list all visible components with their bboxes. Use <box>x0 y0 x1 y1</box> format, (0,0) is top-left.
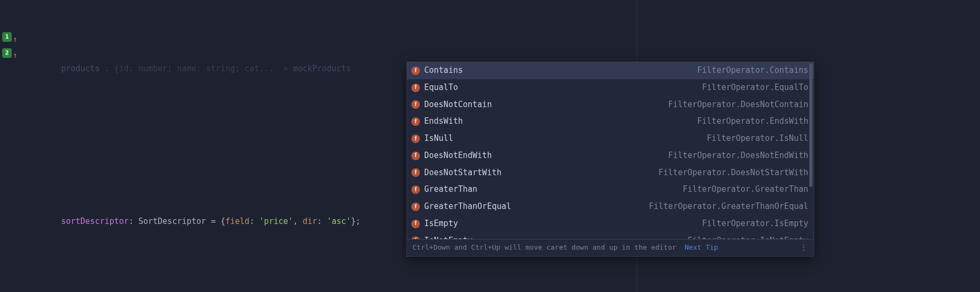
completion-item-name: DoesNotEndWith <box>424 148 492 163</box>
field-icon: f <box>411 117 420 126</box>
code-completion-popup[interactable]: fContainsFilterOperator.ContainsfEqualTo… <box>407 62 814 257</box>
completion-item-name: EqualTo <box>424 80 458 95</box>
completion-item[interactable]: fDoesNotStartWithFilterOperator.DoesNotS… <box>407 164 814 182</box>
field-icon: f <box>411 100 420 109</box>
completion-item[interactable]: fDoesNotEndWithFilterOperator.DoesNotEnd… <box>407 147 814 164</box>
field-icon: f <box>411 152 420 160</box>
next-tip-link[interactable]: Next Tip <box>685 243 718 251</box>
punctuation: : <box>249 216 259 226</box>
completion-item[interactable]: fIsNullFilterOperator.IsNull <box>407 130 814 147</box>
more-icon[interactable]: ⋮ <box>800 241 808 254</box>
string-literal: 'asc' <box>327 216 351 226</box>
completion-item-detail: FilterOperator.Contains <box>697 63 808 78</box>
completion-item[interactable]: fGreaterThanOrEqualFilterOperator.Greate… <box>407 198 814 215</box>
completion-item-name: IsEmpty <box>424 216 458 231</box>
completion-item-name: DoesNotContain <box>424 98 492 113</box>
field-icon: f <box>411 66 420 75</box>
gutter: 1 ↑ 2 ↑ <box>0 0 27 292</box>
vcs-change-marker[interactable]: 1 <box>2 32 12 42</box>
completion-item-detail: FilterOperator.EqualTo <box>702 80 808 95</box>
punctuation: = { <box>206 216 225 226</box>
code-editor[interactable]: 1 ↑ 2 ↑ products : {id: number; name: st… <box>0 0 980 292</box>
completion-item-detail: FilterOperator.EndsWith <box>697 114 808 129</box>
completion-item-detail: FilterOperator.DoesNotEndWith <box>668 148 808 163</box>
completion-item-detail: FilterOperator.GreaterThanOrEqual <box>649 199 808 214</box>
punctuation: }; <box>351 216 361 226</box>
completion-item-detail: FilterOperator.IsNull <box>707 131 808 146</box>
field-icon: f <box>411 220 420 228</box>
completion-item-name: GreaterThan <box>424 182 477 197</box>
completion-item[interactable]: fGreaterThanFilterOperator.GreaterThan <box>407 181 814 198</box>
completion-item-name: IsNull <box>424 131 453 146</box>
string-literal: 'price' <box>259 216 293 226</box>
type-hint: : {id: number; name: string; cat... = <box>99 64 293 73</box>
completion-item-detail: FilterOperator.IsEmpty <box>702 216 808 231</box>
completion-list[interactable]: fContainsFilterOperator.ContainsfEqualTo… <box>407 62 814 239</box>
completion-item[interactable]: fEqualToFilterOperator.EqualTo <box>407 79 814 96</box>
field-icon: f <box>411 84 420 92</box>
arrow-up-icon: ↑ <box>13 32 17 47</box>
vcs-change-marker[interactable]: 2 <box>2 48 12 58</box>
completion-item[interactable]: fIsEmptyFilterOperator.IsEmpty <box>407 215 814 233</box>
scrollbar-thumb[interactable] <box>809 63 813 187</box>
property-name: products <box>61 64 99 73</box>
field-icon: f <box>411 134 420 143</box>
property-name: sortDescriptor <box>61 216 128 226</box>
completion-item-name: Contains <box>424 63 463 78</box>
punctuation: : <box>317 216 327 226</box>
completion-item-name: DoesNotStartWith <box>424 166 502 181</box>
completion-footer: Ctrl+Down and Ctrl+Up will move caret do… <box>407 239 814 256</box>
punctuation: , <box>293 216 303 226</box>
completion-item-detail: FilterOperator.GreaterThan <box>683 182 808 197</box>
punctuation: : <box>129 216 139 226</box>
field-icon: f <box>411 168 420 177</box>
type-ref: SortDescriptor <box>139 216 206 226</box>
completion-item-name: IsNotEmpty <box>424 234 472 239</box>
object-key: field <box>225 216 249 226</box>
completion-item-detail: FilterOperator.IsNotEmpty <box>687 234 808 239</box>
field-icon: f <box>411 236 420 239</box>
completion-item-name: EndsWith <box>424 114 463 129</box>
completion-item[interactable]: fEndsWithFilterOperator.EndsWith <box>407 113 814 130</box>
arrow-up-icon: ↑ <box>13 48 17 63</box>
field-icon: f <box>411 185 420 194</box>
field-icon: f <box>411 203 420 211</box>
identifier: mockProducts <box>293 64 351 73</box>
completion-item[interactable]: fContainsFilterOperator.Contains <box>407 62 814 79</box>
completion-item-name: GreaterThanOrEqual <box>424 199 511 214</box>
completion-item-detail: FilterOperator.DoesNotStartWith <box>659 166 808 181</box>
completion-tip-text: Ctrl+Down and Ctrl+Up will move caret do… <box>412 243 676 251</box>
object-key: dir <box>303 216 317 226</box>
completion-item[interactable]: fDoesNotContainFilterOperator.DoesNotCon… <box>407 96 814 114</box>
completion-item[interactable]: fIsNotEmptyFilterOperator.IsNotEmpty <box>407 233 814 239</box>
completion-item-detail: FilterOperator.DoesNotContain <box>668 98 808 113</box>
